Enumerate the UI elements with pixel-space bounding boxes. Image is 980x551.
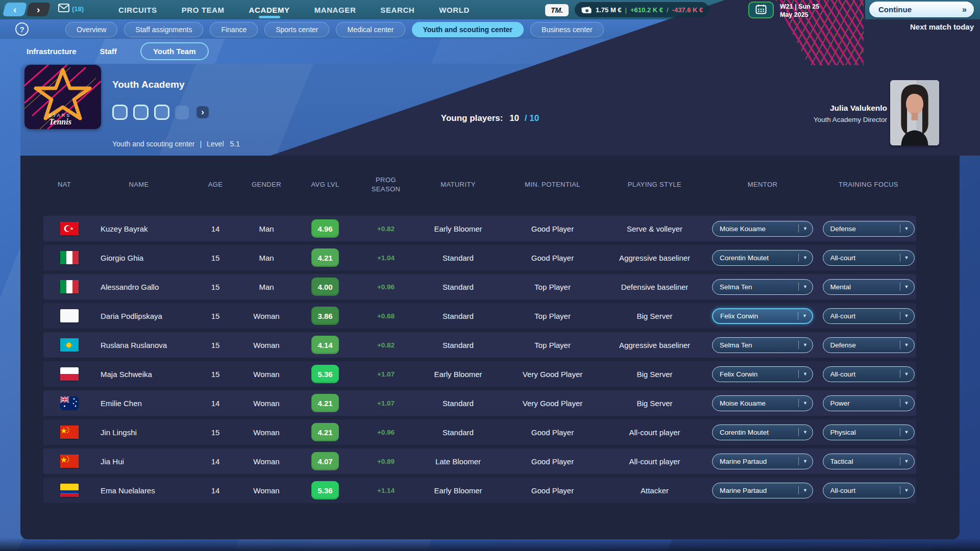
table-row[interactable]: Daria Podlipskaya 15 Woman 3.86 +0.68 St… <box>43 303 916 329</box>
training-focus-dropdown[interactable]: Tactical ▼ <box>823 454 915 469</box>
forward-button[interactable]: › <box>26 3 51 16</box>
mentor-dropdown[interactable]: Felix Corwin ▼ <box>712 308 813 324</box>
history-navigation: ‹ › <box>4 3 49 16</box>
avg-level-badge: 5.36 <box>311 365 339 383</box>
training-focus-dropdown[interactable]: All-court ▼ <box>823 250 915 266</box>
nav-item-pro-team[interactable]: PRO TEAM <box>182 3 225 17</box>
game-logo-text: TM. <box>551 6 563 14</box>
table-row[interactable]: Jin Lingshi 15 Woman 4.21 +0.96 Standard… <box>43 419 916 445</box>
finance-summary[interactable]: 1.75 M € | +610.2 K € / -437.6 K € <box>575 2 709 17</box>
column-header-min-potential: MIN. POTENTIAL <box>500 180 605 189</box>
player-playing-style: Aggressive baseliner <box>605 254 704 262</box>
player-playing-style: Big Server <box>605 312 704 320</box>
expand-pips-button[interactable]: › <box>197 106 209 118</box>
table-row[interactable]: Emilie Chen 14 Woman 4.21 +1.07 Standard… <box>43 390 916 416</box>
section-tab-youth-team[interactable]: Youth Team <box>140 42 209 60</box>
subnav-tab-business-center[interactable]: Business center <box>530 22 604 37</box>
player-min-potential: Very Good Player <box>500 370 605 379</box>
continue-button[interactable]: Continue » <box>869 2 974 17</box>
season-progress: +0.96 <box>356 283 416 291</box>
player-name: Daria Podlipskaya <box>85 312 192 320</box>
nationality-flag <box>60 455 79 468</box>
section-tab-staff[interactable]: Staff <box>100 43 117 60</box>
chevron-down-icon: ▼ <box>904 371 909 377</box>
dropdown-divider <box>798 457 799 465</box>
training-focus-dropdown[interactable]: Mental ▼ <box>823 279 915 295</box>
player-name: Ruslana Ruslanova <box>85 341 192 349</box>
subnav-tab-sports-center[interactable]: Sports center <box>264 22 329 37</box>
table-row[interactable]: Alessandro Gallo 15 Man 4.00 +0.96 Stand… <box>43 274 916 299</box>
table-row[interactable]: Giorgio Ghia 15 Man 4.21 +1.04 Standard … <box>43 245 916 270</box>
player-min-potential: Top Player <box>500 283 605 291</box>
nav-item-academy[interactable]: ACADEMY <box>249 3 290 17</box>
academy-level-pips: › <box>112 105 209 120</box>
player-min-potential: Good Player <box>500 457 605 466</box>
mentor-dropdown[interactable]: Selma Ten ▼ <box>712 337 813 353</box>
player-gender: Woman <box>238 312 295 320</box>
academy-level-pip <box>175 106 189 119</box>
date-month: May 2025 <box>780 11 819 19</box>
training-focus-dropdown[interactable]: Defense ▼ <box>823 221 915 237</box>
table-row[interactable]: Kuzey Bayrak 14 Man 4.96 +0.82 Early Blo… <box>43 216 916 241</box>
mail-icon <box>58 4 69 14</box>
table-row[interactable]: Ruslana Ruslanova 15 Woman 4.14 +0.82 St… <box>43 332 916 358</box>
nav-item-manager[interactable]: MANAGER <box>314 3 356 17</box>
mentor-dropdown[interactable]: Marine Partaud ▼ <box>712 454 813 469</box>
training-focus-dropdown[interactable]: Defense ▼ <box>823 337 915 353</box>
calendar-button[interactable] <box>748 2 774 18</box>
nav-item-search[interactable]: SEARCH <box>380 3 414 17</box>
mentor-dropdown[interactable]: Moise Kouame ▼ <box>712 221 813 237</box>
player-gender: Woman <box>238 370 295 379</box>
nav-item-circuits[interactable]: CIRCUITS <box>118 3 157 17</box>
academy-level-pip <box>133 105 149 120</box>
training-focus-dropdown[interactable]: All-court ▼ <box>823 366 915 382</box>
chevron-down-icon: ▼ <box>803 459 807 464</box>
mentor-dropdown[interactable]: Moise Kouame ▼ <box>712 395 813 411</box>
table-row[interactable]: Maja Schweika 15 Woman 5.36 +1.07 Early … <box>43 361 916 387</box>
training-focus-dropdown[interactable]: Physical ▼ <box>823 424 915 440</box>
director-info: Julia Valukenlo Youth Academy Director <box>684 104 887 123</box>
help-button[interactable]: ? <box>15 22 29 36</box>
mentor-value: Marine Partaud <box>720 487 795 494</box>
director-avatar[interactable] <box>890 80 939 145</box>
player-playing-style: Big Server <box>605 370 704 379</box>
inbox-button[interactable]: (18) <box>58 4 84 14</box>
subnav-tab-overview[interactable]: Overview <box>65 22 117 37</box>
section-tab-infrastructure[interactable]: Infrastructure <box>27 43 77 60</box>
chevron-down-icon: ▼ <box>904 255 909 260</box>
game-date: W21 | Sun 25 May 2025 <box>780 3 819 19</box>
player-gender: Man <box>238 254 295 262</box>
column-header-mentor: MENTOR <box>704 180 821 189</box>
table-row[interactable]: Jia Hui 14 Woman 4.07 +0.89 Late Bloomer… <box>43 448 916 474</box>
player-playing-style: Big Server <box>605 399 704 408</box>
subnav-tab-medical-center[interactable]: Medical center <box>336 22 405 37</box>
player-name: Jin Lingshi <box>85 428 192 437</box>
subnav-tab-staff-assignments[interactable]: Staff assignments <box>124 22 203 37</box>
mentor-value: Felix Corwin <box>720 312 795 320</box>
date-week: W21 | Sun 25 <box>780 3 819 11</box>
avg-level-badge: 5.36 <box>311 481 339 499</box>
mentor-dropdown[interactable]: Corentin Moutet ▼ <box>712 250 813 266</box>
subnav-tab-youth-and-scouting-center[interactable]: Youth and scouting center <box>412 22 524 37</box>
mentor-dropdown[interactable]: Selma Ten ▼ <box>712 279 813 295</box>
training-focus-value: Defense <box>830 341 897 349</box>
column-header-avg-lvl: AVG LVL <box>295 180 356 189</box>
player-maturity: Standard <box>416 254 500 262</box>
subnav-tab-finance[interactable]: Finance <box>210 22 258 37</box>
training-focus-dropdown[interactable]: Power ▼ <box>823 395 915 411</box>
young-players-current: 10 <box>509 113 519 123</box>
training-focus-dropdown[interactable]: All-court ▼ <box>823 308 915 324</box>
nav-item-world[interactable]: WORLD <box>439 3 470 17</box>
mentor-dropdown[interactable]: Corentin Moutet ▼ <box>712 424 813 440</box>
level-label: Level <box>207 140 224 148</box>
player-gender: Woman <box>238 457 295 466</box>
training-focus-dropdown[interactable]: All-court ▼ <box>823 483 915 498</box>
section-tabs: InfrastructureStaffYouth Team <box>27 42 209 60</box>
player-maturity: Standard <box>416 312 500 320</box>
mentor-dropdown[interactable]: Felix Corwin ▼ <box>712 366 813 382</box>
mentor-dropdown[interactable]: Marine Partaud ▼ <box>712 483 813 498</box>
back-button[interactable]: ‹ <box>3 3 28 16</box>
dropdown-divider <box>900 283 900 291</box>
dropdown-divider <box>900 224 900 233</box>
table-row[interactable]: Ema Nuelalares 14 Woman 5.36 +1.14 Early… <box>43 478 916 503</box>
